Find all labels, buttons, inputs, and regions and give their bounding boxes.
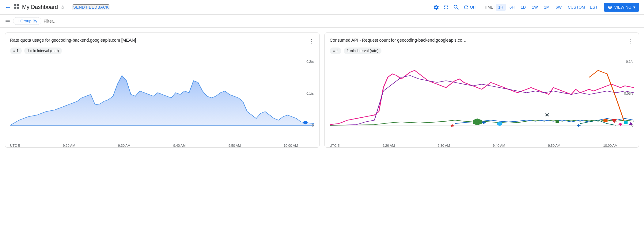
svg-text:◆: ◆ bbox=[482, 120, 487, 124]
header: ← My Dashboard ☆ SEND FEEDBACK OFF TIME:… bbox=[0, 0, 644, 15]
filter-input[interactable] bbox=[44, 19, 639, 24]
chart2-badge1-count: 1 bbox=[336, 49, 338, 53]
page-title: My Dashboard bbox=[22, 4, 58, 10]
svg-text:✕: ✕ bbox=[544, 112, 550, 118]
chart1-x-940: 9:40 AM bbox=[173, 144, 186, 147]
svg-rect-19 bbox=[604, 119, 608, 122]
chart1-x-1000: 10:00 AM bbox=[284, 144, 298, 147]
chart2-header: Consumed API - Request count for geocodi… bbox=[330, 38, 634, 45]
chart2-filter-badge[interactable]: ≡ 1 bbox=[330, 47, 341, 54]
settings-button[interactable] bbox=[433, 4, 439, 10]
svg-marker-7 bbox=[10, 76, 314, 125]
time-label: TIME: bbox=[484, 5, 495, 9]
chart2-x-1000: 10:00 AM bbox=[603, 144, 617, 147]
chart2-x-940: 9:40 AM bbox=[493, 144, 505, 147]
svg-text:+: + bbox=[577, 122, 581, 128]
chart2-badge2-label: 1 min interval (rate) bbox=[347, 49, 378, 53]
timezone-button[interactable]: EST bbox=[590, 5, 597, 9]
svg-rect-0 bbox=[14, 4, 17, 6]
svg-marker-13 bbox=[473, 119, 482, 125]
chart2-more-icon[interactable]: ⋮ bbox=[628, 38, 634, 45]
toolbar: + Group By bbox=[0, 15, 644, 28]
chart1-x-utc: UTC-5 bbox=[10, 144, 20, 147]
chart1-interval-badge[interactable]: 1 min interval (rate) bbox=[24, 47, 62, 54]
time-section: TIME: 1H 6H 1D 1W 1M 6W CUSTOM EST bbox=[484, 4, 598, 11]
main-content: Rate quota usage for geocoding-backend.g… bbox=[0, 28, 644, 153]
svg-rect-3 bbox=[17, 7, 19, 9]
chart1-area: UTC-5 9:20 AM 9:30 AM 9:40 AM 9:50 AM 10… bbox=[10, 57, 314, 142]
group-by-label: Group By bbox=[21, 19, 37, 23]
chart2-x-930: 9:30 AM bbox=[438, 144, 450, 147]
time-6h-button[interactable]: 6H bbox=[507, 4, 517, 11]
chart1-header: Rate quota usage for geocoding-backend.g… bbox=[10, 38, 314, 45]
chart2-x-950: 9:50 AM bbox=[548, 144, 560, 147]
chart-card-2: Consumed API - Request count for geocodi… bbox=[324, 32, 639, 148]
svg-rect-17 bbox=[555, 120, 559, 123]
auto-refresh-toggle[interactable]: OFF bbox=[463, 5, 478, 10]
svg-rect-2 bbox=[14, 7, 17, 9]
svg-point-15 bbox=[497, 122, 502, 126]
viewing-arrow-icon: ▾ bbox=[633, 5, 635, 9]
group-by-button[interactable]: + Group By bbox=[13, 17, 41, 25]
chart1-filter-badge[interactable]: ≡ 1 bbox=[10, 47, 22, 54]
chart2-badges: ≡ 1 1 min interval (rate) bbox=[330, 47, 634, 54]
chart2-badge1-icon: ≡ bbox=[333, 49, 335, 53]
chart2-title: Consumed API - Request count for geocodi… bbox=[330, 38, 467, 43]
back-button[interactable]: ← bbox=[5, 4, 11, 11]
search-button[interactable] bbox=[453, 4, 460, 11]
svg-rect-22 bbox=[624, 121, 628, 124]
chart1-title: Rate quota usage for geocoding-backend.g… bbox=[10, 38, 136, 43]
chart1-x-950: 9:50 AM bbox=[229, 144, 241, 147]
time-1m-button[interactable]: 1M bbox=[542, 4, 552, 11]
chart-card-1: Rate quota usage for geocoding-backend.g… bbox=[5, 32, 320, 148]
send-feedback-button[interactable]: SEND FEEDBACK bbox=[73, 4, 109, 10]
auto-refresh-label: OFF bbox=[470, 5, 478, 9]
star-icon[interactable]: ☆ bbox=[60, 4, 65, 11]
chart1-more-icon[interactable]: ⋮ bbox=[308, 38, 314, 45]
chart2-interval-badge[interactable]: 1 min interval (rate) bbox=[344, 47, 381, 54]
chart2-x-utc: UTC-5 bbox=[330, 144, 339, 147]
header-actions: OFF TIME: 1H 6H 1D 1W 1M 6W CUSTOM EST V… bbox=[433, 3, 639, 12]
chart1-badge2-label: 1 min interval (rate) bbox=[27, 49, 59, 53]
svg-rect-1 bbox=[17, 4, 19, 6]
fullscreen-button[interactable] bbox=[443, 4, 449, 10]
chart1-badge1-icon: ≡ bbox=[13, 49, 15, 53]
menu-icon[interactable] bbox=[5, 17, 10, 25]
svg-point-8 bbox=[303, 121, 308, 124]
svg-text:★: ★ bbox=[449, 123, 455, 128]
time-custom-button[interactable]: CUSTOM bbox=[565, 4, 587, 11]
group-by-plus: + bbox=[17, 19, 19, 23]
dashboard-icon[interactable] bbox=[13, 3, 20, 11]
svg-text:◆: ◆ bbox=[618, 122, 623, 126]
svg-marker-23 bbox=[628, 122, 633, 125]
header-left: ← My Dashboard ☆ SEND FEEDBACK bbox=[5, 3, 431, 11]
chart2-x-920: 9:20 AM bbox=[382, 144, 395, 147]
chart1-badge1-count: 1 bbox=[17, 49, 19, 53]
time-1d-button[interactable]: 1D bbox=[518, 4, 528, 11]
chart1-x-920: 9:20 AM bbox=[63, 144, 75, 147]
chart1-x-930: 9:30 AM bbox=[118, 144, 130, 147]
chart2-area: ★ ◆ ✕ + ◆ bbox=[330, 57, 634, 142]
time-6w-button[interactable]: 6W bbox=[553, 4, 564, 11]
viewing-button[interactable]: VIEWING ▾ bbox=[604, 3, 639, 12]
chart1-badges: ≡ 1 1 min interval (rate) bbox=[10, 47, 314, 54]
viewing-label: VIEWING bbox=[614, 5, 631, 9]
time-1h-button[interactable]: 1H bbox=[496, 4, 506, 11]
time-1w-button[interactable]: 1W bbox=[529, 4, 540, 11]
